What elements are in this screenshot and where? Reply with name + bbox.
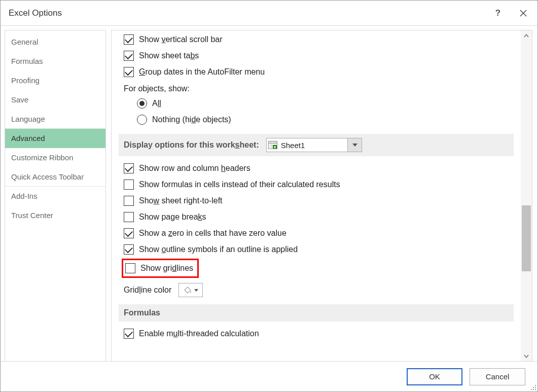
checkbox[interactable] [124,196,134,206]
checkbox[interactable] [124,329,134,339]
close-icon [519,9,527,17]
sidebar-item-general[interactable]: General [5,32,105,52]
chevron-up-icon [524,33,529,39]
checkbox-label: Show page breaks [139,212,206,222]
sidebar-item-advanced[interactable]: Advanced [5,129,105,148]
option-show-sheet-tabs[interactable]: Show sheet tabs [124,49,514,63]
sidebar-item-quick-access[interactable]: Quick Access Toolbar [5,167,105,187]
option-show-row-col-headers[interactable]: Show row and column headers [124,161,514,175]
option-show-outline[interactable]: Show outline symbols if an outline is ap… [124,242,514,257]
sidebar-item-language[interactable]: Language [5,110,105,129]
checkbox[interactable] [125,263,135,273]
radio[interactable] [137,98,147,109]
option-show-vertical-scroll[interactable]: Show vertical scroll bar [124,32,514,47]
sidebar-item-proofing[interactable]: Proofing [5,71,105,90]
worksheet-dropdown-button[interactable] [347,138,362,152]
checkbox[interactable] [124,180,134,190]
section-title: Formulas [124,308,160,317]
option-enable-multithread[interactable]: Enable multi-threaded calculation [124,327,514,341]
close-button[interactable] [517,7,529,19]
dialog-footer: OK Cancel [1,361,537,391]
dialog-title: Excel Options [9,8,493,18]
svg-rect-1 [268,141,277,144]
ok-button[interactable]: OK [407,368,462,385]
gridline-color-picker[interactable] [178,283,203,297]
option-show-page-breaks[interactable]: Show page breaks [124,210,514,224]
section-title: Display options for this worksheet: [124,140,259,150]
checkbox-label: Group dates in the AutoFilter menu [139,67,265,77]
checkbox-label: Show row and column headers [139,164,250,173]
vertical-scrollbar[interactable] [521,30,532,362]
titlebar-controls: ? [493,7,529,19]
option-show-gridlines[interactable]: Show gridlines [125,261,193,275]
paint-bucket-icon [183,287,192,294]
worksheet-icon [267,138,279,152]
scroll-up-button[interactable] [521,30,532,42]
formulas-section-header: Formulas [119,304,514,322]
scroll-thumb[interactable] [522,205,531,271]
radio-label: Nothing (hide objects) [152,115,231,124]
checkbox[interactable] [124,228,134,238]
checkbox[interactable] [124,244,134,255]
radio-option-all[interactable]: All [137,96,514,111]
gridline-color-row: Gridline color [124,283,514,297]
option-show-sheet-rtl[interactable]: Show sheet right-to-left [124,194,514,208]
checkbox[interactable] [124,67,134,77]
chevron-down-icon [194,289,198,292]
checkbox-label: Show outline symbols if an outline is ap… [139,245,298,254]
sidebar-item-formulas[interactable]: Formulas [5,52,105,71]
option-group-dates-autofilter[interactable]: Group dates in the AutoFilter menu [124,65,514,79]
checkbox-label: Show gridlines [140,264,193,273]
radio-label: All [152,99,161,108]
body: General Formulas Proofing Save Language … [1,26,537,362]
category-sidebar: General Formulas Proofing Save Language … [5,30,106,362]
sidebar-item-customize-ribbon[interactable]: Customize Ribbon [5,148,105,167]
checkbox[interactable] [124,212,134,222]
option-show-formulas[interactable]: Show formulas in cells instead of their … [124,177,514,192]
worksheet-display-section-header: Display options for this worksheet: Shee… [119,134,514,156]
sidebar-item-save[interactable]: Save [5,90,105,110]
checkbox-label: Show a zero in cells that have zero valu… [139,229,286,238]
worksheet-name: Sheet1 [279,141,348,150]
sidebar-item-trust-center[interactable]: Trust Center [5,206,105,225]
chevron-down-icon [352,144,357,147]
chevron-down-icon [524,353,529,359]
checkbox[interactable] [124,34,134,45]
checkbox-label: Show vertical scroll bar [139,35,223,44]
sidebar-item-add-ins[interactable]: Add-Ins [5,187,105,206]
checkbox-label: Show sheet tabs [139,51,199,60]
checkbox-label: Show formulas in cells instead of their … [139,180,340,189]
options-content: Show vertical scroll bar Show sheet tabs… [112,30,521,362]
for-objects-show-label: For objects, show: [124,84,514,93]
titlebar: Excel Options ? [1,1,537,26]
annotation-highlight: Show gridlines [122,259,199,278]
cancel-button[interactable]: Cancel [470,368,525,385]
option-show-zero[interactable]: Show a zero in cells that have zero valu… [124,226,514,240]
options-panel: Show vertical scroll bar Show sheet tabs… [111,30,532,362]
radio-option-nothing[interactable]: Nothing (hide objects) [137,113,514,127]
resize-grip[interactable] [529,383,536,390]
gridline-color-label: Gridline color [124,286,171,295]
scroll-down-button[interactable] [521,350,532,362]
radio[interactable] [137,115,147,125]
checkbox-label: Enable multi-threaded calculation [139,329,259,338]
checkbox[interactable] [124,51,134,61]
checkbox[interactable] [124,163,134,173]
checkbox-label: Show sheet right-to-left [139,196,223,205]
help-button[interactable]: ? [493,8,503,18]
worksheet-selector[interactable]: Sheet1 [266,138,363,152]
